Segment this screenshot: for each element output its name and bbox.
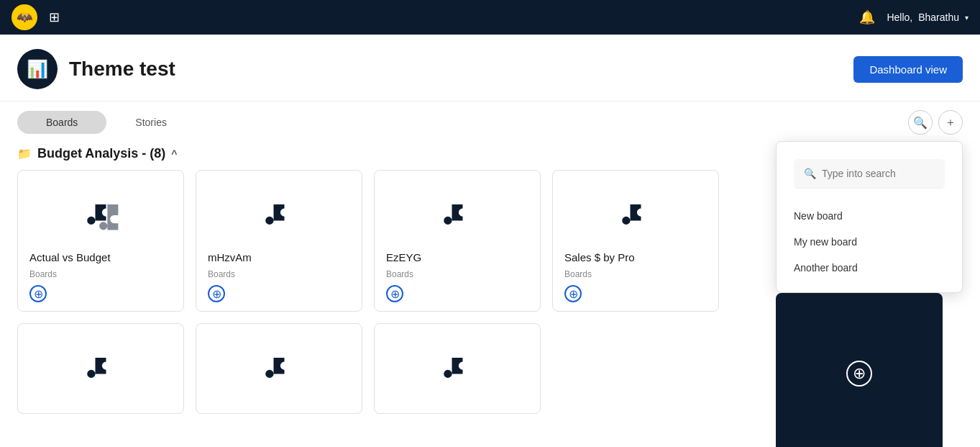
card-icon-area <box>386 338 528 396</box>
card-mhzvam[interactable]: mHzvAm Boards ⊕ <box>196 170 362 312</box>
main-content: 📊 Theme test Dashboard view Boards Stori… <box>0 35 980 447</box>
group-name: Budget Analysis - (8) <box>37 146 165 161</box>
card-ezeyg[interactable]: EzEYG Boards ⊕ <box>374 170 541 312</box>
puzzle-icon <box>79 192 122 235</box>
project-title-area: 📊 Theme test <box>17 49 175 89</box>
popup-search-input[interactable] <box>822 168 935 179</box>
puzzle-icon <box>614 192 657 235</box>
popup-search-container: 🔍 <box>794 159 945 189</box>
card-title: mHzvAm <box>208 251 350 263</box>
chevron-down-icon: ▾ <box>965 14 968 22</box>
card-title: Sales $ by Pro <box>564 251 707 263</box>
card-type: Boards <box>386 269 528 279</box>
popup-menu: 🔍 New board My new board Another board <box>776 141 963 293</box>
card-add-button[interactable]: ⊕ <box>386 285 403 302</box>
folder-icon: 📁 <box>17 147 32 161</box>
batman-logo[interactable]: 🦇 <box>12 4 37 30</box>
tab-stories[interactable]: Stories <box>106 111 196 134</box>
card-empty-2[interactable] <box>196 323 362 414</box>
group-chevron-icon[interactable]: ^ <box>171 148 177 160</box>
card-icon-area <box>29 185 172 243</box>
card-title: EzEYG <box>386 251 528 263</box>
card-icon-area <box>208 338 350 396</box>
puzzle-icon <box>436 346 479 389</box>
user-name: Bharathu <box>918 12 959 23</box>
card-type: Boards <box>564 269 707 279</box>
card-sales[interactable]: Sales $ by Pro Boards ⊕ <box>552 170 719 312</box>
top-navigation: 🦇 ⊞ 🔔 Hello, Bharathu ▾ <box>0 0 980 35</box>
bell-icon[interactable]: 🔔 <box>859 9 875 25</box>
puzzle-icon <box>79 346 122 389</box>
nav-left: 🦇 ⊞ <box>12 4 60 30</box>
popup-item-my-new-board[interactable]: My new board <box>777 229 962 255</box>
puzzle-icon <box>257 346 301 389</box>
puzzle-icon <box>257 192 301 235</box>
tab-boards[interactable]: Boards <box>17 111 106 134</box>
card-icon-area <box>29 338 172 396</box>
search-button[interactable]: 🔍 <box>908 110 933 135</box>
layers-icon[interactable]: ⊞ <box>49 9 60 25</box>
nav-right: 🔔 Hello, Bharathu ▾ <box>859 9 968 25</box>
card-actual-vs-budget[interactable]: Actual vs Budget Boards ⊕ <box>17 170 184 312</box>
tabs-container: Boards Stories <box>17 111 196 134</box>
search-icon: 🔍 <box>804 168 816 179</box>
dashboard-view-button[interactable]: Dashboard view <box>853 56 963 83</box>
card-icon-area <box>208 185 350 243</box>
card-type: Boards <box>29 269 172 279</box>
add-button[interactable]: ＋ <box>938 110 963 135</box>
tabs-bar: Boards Stories 🔍 ＋ <box>0 101 980 135</box>
tab-actions: 🔍 ＋ <box>908 110 963 135</box>
add-story-plus-icon: ⊕ <box>846 361 872 387</box>
project-header: 📊 Theme test Dashboard view <box>0 35 980 101</box>
project-icon: 📊 <box>17 49 58 89</box>
card-icon-area <box>386 185 528 243</box>
popup-overlay: 🔍 New board My new board Another board ⊕… <box>776 141 963 447</box>
card-type: Boards <box>208 269 350 279</box>
card-add-button[interactable]: ⊕ <box>208 285 225 302</box>
card-add-button[interactable]: ⊕ <box>29 285 47 302</box>
card-title: Actual vs Budget <box>29 251 172 263</box>
popup-item-new-board[interactable]: New board <box>777 203 962 229</box>
add-story-card[interactable]: ⊕ Add Story Board <box>776 293 943 447</box>
card-empty-3[interactable] <box>374 323 541 414</box>
card-empty-1[interactable] <box>17 323 184 414</box>
user-greeting: Hello, <box>887 12 912 23</box>
card-icon-area <box>564 185 707 243</box>
popup-item-another-board[interactable]: Another board <box>777 255 962 281</box>
popup-list: New board My new board Another board <box>777 197 962 292</box>
card-add-button[interactable]: ⊕ <box>564 285 582 302</box>
project-name: Theme test <box>69 58 175 81</box>
user-menu[interactable]: Hello, Bharathu ▾ <box>887 12 968 23</box>
puzzle-icon <box>436 192 479 235</box>
